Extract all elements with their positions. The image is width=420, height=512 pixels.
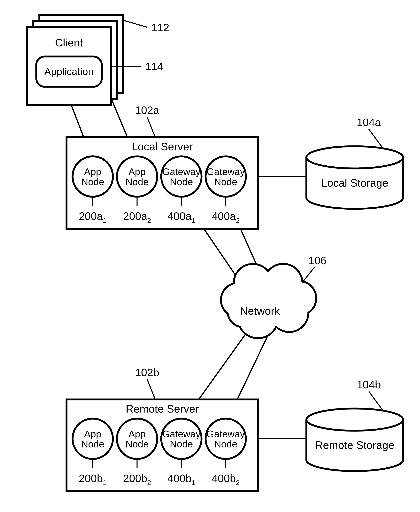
svg-text:Gateway: Gateway [207,166,245,177]
ref-104b: 104b [357,379,381,391]
svg-text:400b1: 400b1 [167,472,195,486]
svg-text:Node: Node [214,177,237,187]
svg-text:App: App [128,166,145,177]
svg-text:Node: Node [81,177,105,187]
ref-104a: 104a [357,116,381,128]
svg-text:200b2: 200b2 [123,472,151,486]
remote-storage: Remote Storage [306,409,403,471]
ref-112: 112 [151,21,169,33]
remote-server-title: Remote Server [126,403,199,415]
svg-text:200a2: 200a2 [123,210,151,224]
ref-106: 106 [308,254,326,266]
svg-text:400a2: 400a2 [212,210,240,224]
svg-line-32 [147,379,155,399]
svg-text:Node: Node [126,439,149,450]
svg-line-55 [369,391,383,411]
svg-text:Node: Node [81,439,105,450]
ref-114: 114 [145,60,163,72]
svg-point-27 [306,146,403,169]
svg-text:App: App [84,166,101,177]
client-title: Client [55,37,83,49]
svg-text:App: App [84,429,101,439]
svg-text:Gateway: Gateway [162,166,200,177]
local-server-title: Local Server [132,140,193,153]
application-label: Application [44,66,94,77]
svg-line-5 [147,117,155,137]
svg-text:400b2: 400b2 [212,472,240,486]
svg-text:200b1: 200b1 [79,472,107,486]
local-storage: Local Storage [306,146,403,209]
svg-text:200a1: 200a1 [79,210,107,224]
network-cloud: Network [221,264,316,338]
svg-line-29 [369,129,383,148]
svg-line-3 [123,20,147,27]
svg-text:Local Storage: Local Storage [321,177,388,189]
svg-text:Remote Storage: Remote Storage [315,439,394,451]
svg-text:Node: Node [170,177,193,187]
client-stack: Client Application [27,15,123,105]
svg-point-53 [306,409,403,431]
svg-text:Node: Node [170,439,193,450]
svg-text:400a1: 400a1 [167,210,195,224]
svg-text:Gateway: Gateway [207,429,245,439]
svg-text:Network: Network [240,305,280,317]
svg-text:App: App [128,429,145,439]
svg-text:Node: Node [126,177,149,187]
svg-line-31 [302,267,315,282]
ref-102b: 102b [135,366,159,379]
svg-text:Gateway: Gateway [162,429,200,439]
ref-102a: 102a [135,104,159,116]
svg-text:Node: Node [214,439,237,450]
